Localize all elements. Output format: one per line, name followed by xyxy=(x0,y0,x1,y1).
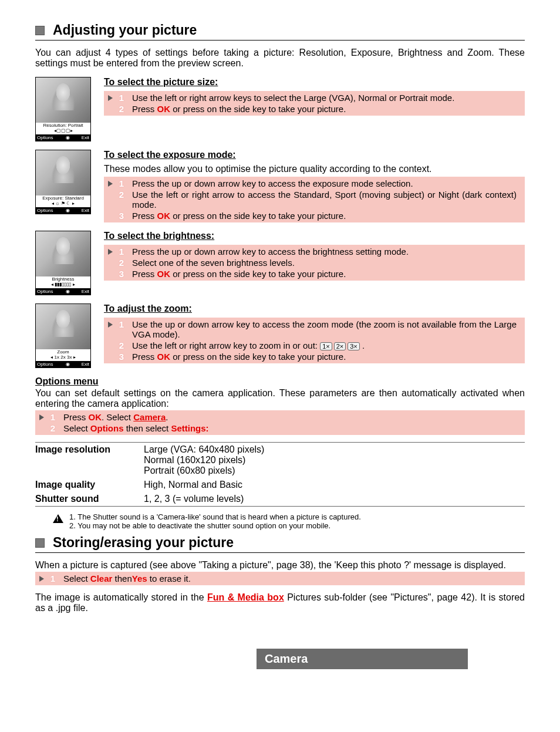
subheading-brightness: To select the brightness: xyxy=(104,231,525,241)
table-value: High, Normal and Basic xyxy=(144,480,525,490)
step-num: 1 xyxy=(117,93,126,103)
thumb-resolution: Resolution: Portrait ◂▢▢▢▸ Options ◉ Exi… xyxy=(35,77,91,141)
step-text: Use the left or right arrow keys to sele… xyxy=(132,93,521,103)
subheading-options-menu: Options menu xyxy=(35,376,525,387)
steps-picture-size: 1 Use the left or right arrow keys to se… xyxy=(104,91,525,116)
step-text: Press OK or press on the side key to tak… xyxy=(132,211,521,221)
warning-icon xyxy=(53,514,63,523)
step-num: 2 xyxy=(117,340,126,350)
options-desc: You can set default settings on the came… xyxy=(35,388,525,409)
softkey-left: Options xyxy=(37,135,53,140)
softkey-mid: ◉ xyxy=(66,208,69,213)
step-num: 1 xyxy=(117,319,126,329)
steps-storing: 1 Select Clear thenYes to erase it. xyxy=(35,572,525,585)
steps-brightness: 1 Press the up or down arrow key to acce… xyxy=(104,245,525,281)
steps-zoom: 1 Use the up or down arrow key to access… xyxy=(104,318,525,363)
note-line: 1. The Shutter sound is a 'Camera-like' … xyxy=(69,512,361,521)
step-num: 1 xyxy=(48,574,58,583)
step-num: 3 xyxy=(117,211,126,221)
block-picture-size: Resolution: Portrait ◂▢▢▢▸ Options ◉ Exi… xyxy=(35,77,525,141)
step-text: Press the up or down arrow key to access… xyxy=(132,247,521,257)
block-brightness: Brightness ◂ ▮▮▮▯▯▯▯ ▸ Options ◉ Exit To… xyxy=(35,231,525,295)
softkey-mid: ◉ xyxy=(66,289,69,294)
softkey-mid: ◉ xyxy=(66,135,69,140)
thumb-zoom: Zoom ◂ 1x 2x 3x ▸ Options ◉ Exit xyxy=(35,303,91,368)
section-bullet-icon xyxy=(35,538,45,548)
subheading-picture-size: To select the picture size: xyxy=(104,77,525,87)
step-text: Press OK or press on the side key to tak… xyxy=(132,352,521,362)
section-heading-storing: Storing/erasing your picture xyxy=(35,535,525,553)
table-row: Shutter sound 1, 2, 3 (= volume levels) xyxy=(35,492,525,506)
step-text: Use the left or right arrow key to zoom … xyxy=(132,340,521,350)
step-arrow-icon xyxy=(108,249,113,255)
storing-desc: When a picture is captured (see above "T… xyxy=(35,560,525,571)
step-arrow-icon xyxy=(39,576,44,582)
options-table: Image resolution Large (VGA: 640x480 pix… xyxy=(35,442,525,507)
table-label: Image quality xyxy=(35,480,144,490)
step-arrow-icon xyxy=(108,95,113,101)
step-num: 3 xyxy=(117,269,126,279)
thumb-label: Brightness ◂ ▮▮▮▯▯▯▯ ▸ xyxy=(36,276,90,288)
subheading-zoom: To adjust the zoom: xyxy=(104,303,525,314)
thumb-label: Resolution: Portrait ◂▢▢▢▸ xyxy=(36,123,90,134)
subdesc-exposure: These modes allow you to optimise the pi… xyxy=(104,164,525,174)
step-text: Select Clear thenYes to erase it. xyxy=(63,574,521,583)
thumb-exposure: Exposure: Standard ◂ ☼ ⚑ ☾ ▸ Options ◉ E… xyxy=(35,150,91,214)
step-num: 2 xyxy=(117,258,126,268)
steps-options: 1 Press OK. Select Camera. 2 Select Opti… xyxy=(35,410,525,435)
zoom-badges: 1× 2× 3× xyxy=(320,342,360,350)
step-text: Press OK. Select Camera. xyxy=(63,412,521,422)
softkey-left: Options xyxy=(37,362,53,367)
subheading-exposure: To select the exposure mode: xyxy=(104,150,525,160)
step-num: 2 xyxy=(117,190,126,200)
table-label: Shutter sound xyxy=(35,494,144,504)
steps-exposure: 1 Press the up or down arrow key to acce… xyxy=(104,177,525,222)
step-num: 3 xyxy=(117,352,126,362)
step-text: Select Options then select Settings: xyxy=(63,423,521,433)
softkey-right: Exit xyxy=(82,208,89,213)
softkey-right: Exit xyxy=(82,362,89,367)
options-notes: 1. The Shutter sound is a 'Camera-like' … xyxy=(53,512,525,530)
step-arrow-icon xyxy=(39,414,44,420)
thumb-label: Zoom ◂ 1x 2x 3x ▸ xyxy=(36,349,90,361)
thumb-label: Exposure: Standard ◂ ☼ ⚑ ☾ ▸ xyxy=(36,195,90,207)
footer-label: Camera xyxy=(257,649,468,669)
softkey-right: Exit xyxy=(82,289,89,294)
step-text: Press OK or press on the side key to tak… xyxy=(132,269,521,279)
softkey-mid: ◉ xyxy=(66,362,69,367)
softkey-right: Exit xyxy=(82,135,89,140)
step-num: 1 xyxy=(117,247,126,257)
section-bullet-icon xyxy=(35,26,45,35)
table-value: Large (VGA: 640x480 pixels) Normal (160x… xyxy=(144,444,525,476)
storing-desc2: The image is automatically stored in the… xyxy=(35,592,525,613)
section-title: Storing/erasing your picture xyxy=(53,535,234,551)
step-text: Press the up or down arrow key to access… xyxy=(132,178,521,188)
table-label: Image resolution xyxy=(35,444,144,476)
softkey-left: Options xyxy=(37,289,53,294)
table-row: Image resolution Large (VGA: 640x480 pix… xyxy=(35,443,525,478)
note-line: 2. You may not be able to deactivate the… xyxy=(69,521,361,530)
softkey-left: Options xyxy=(37,208,53,213)
step-text: Use the up or down arrow key to access t… xyxy=(132,319,521,339)
block-zoom: Zoom ◂ 1x 2x 3x ▸ Options ◉ Exit To adju… xyxy=(35,303,525,368)
fun-media-link: Fun & Media box xyxy=(207,592,284,602)
step-text: Select one of the seven brightness level… xyxy=(132,258,521,268)
thumb-brightness: Brightness ◂ ▮▮▮▯▯▯▯ ▸ Options ◉ Exit xyxy=(35,231,91,295)
step-arrow-icon xyxy=(108,181,113,187)
table-row: Image quality High, Normal and Basic xyxy=(35,478,525,492)
step-num: 2 xyxy=(117,104,126,114)
footer-bar: Camera xyxy=(0,649,560,669)
block-exposure: Exposure: Standard ◂ ☼ ⚑ ☾ ▸ Options ◉ E… xyxy=(35,150,525,222)
table-value: 1, 2, 3 (= volume levels) xyxy=(144,494,525,504)
step-num: 1 xyxy=(48,412,58,422)
section-title: Adjusting your picture xyxy=(53,22,197,38)
section-heading-adjusting: Adjusting your picture xyxy=(35,22,525,41)
step-arrow-icon xyxy=(108,322,113,328)
section-intro: You can adjust 4 types of settings befor… xyxy=(35,48,525,69)
step-text: Press OK or press on the side key to tak… xyxy=(132,104,521,114)
step-text: Use the left or right arrow to access th… xyxy=(132,190,521,210)
step-num: 2 xyxy=(48,423,58,433)
step-num: 1 xyxy=(117,178,126,188)
